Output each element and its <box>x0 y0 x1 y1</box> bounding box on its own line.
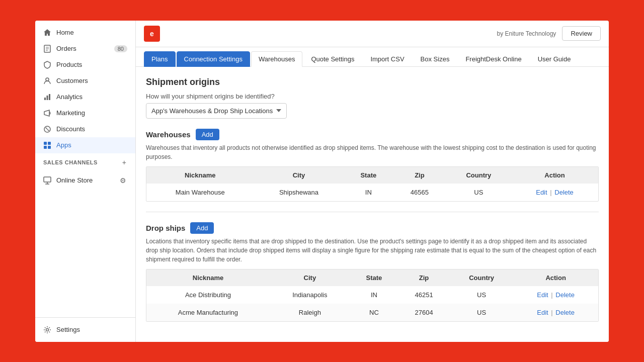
warehouse-edit-link[interactable]: Edit <box>536 189 547 196</box>
sidebar-nav: Home Orders 80 Products Customers <box>35 21 135 317</box>
warehouses-col-action: Action <box>511 167 598 184</box>
svg-point-22 <box>46 328 49 331</box>
tab-plans[interactable]: Plans <box>144 51 176 67</box>
drop-ship-state-0: IN <box>350 286 398 304</box>
warehouses-description: Warehouses that inventory all products n… <box>146 143 599 161</box>
warehouses-col-zip: Zip <box>393 167 446 184</box>
svg-rect-15 <box>44 142 47 145</box>
sidebar-label-orders: Orders <box>56 45 76 52</box>
logo-area: e <box>144 26 160 42</box>
svg-rect-16 <box>48 142 51 145</box>
drop-ship-country-0: US <box>450 286 513 304</box>
sidebar-item-analytics[interactable]: Analytics <box>35 89 135 105</box>
svg-rect-17 <box>44 146 47 149</box>
sales-channels-header: SALES CHANNELS + <box>35 153 135 171</box>
warehouses-col-country: Country <box>446 167 511 184</box>
shipment-origins-select[interactable]: App's Warehouses & Drop Ship Locations <box>146 103 287 119</box>
sidebar: Home Orders 80 Products Customers <box>35 21 136 342</box>
table-row: Ace Distributing Indianapolis IN 46251 U… <box>146 286 598 304</box>
warehouse-nickname: Main Warehouse <box>146 184 254 201</box>
add-sales-channel-button[interactable]: + <box>121 157 127 167</box>
svg-point-14 <box>48 130 49 131</box>
sidebar-label-online-store: Online Store <box>56 176 93 184</box>
sales-channels-label: SALES CHANNELS <box>43 159 98 165</box>
drop-ship-actions-1: Edit | Delete <box>513 304 598 321</box>
drop-ship-city-0: Indianapolis <box>270 286 350 304</box>
sidebar-item-orders[interactable]: Orders 80 <box>35 41 135 57</box>
apps-icon <box>43 141 51 149</box>
sidebar-item-apps[interactable]: Apps <box>35 137 135 153</box>
review-button[interactable]: Review <box>562 26 601 41</box>
sidebar-label-apps: Apps <box>56 141 71 149</box>
svg-rect-7 <box>49 94 50 100</box>
warehouse-country: US <box>446 184 511 201</box>
sidebar-item-discounts[interactable]: Discounts <box>35 121 135 137</box>
table-row: Main Warehouse Shipshewana IN 46565 US E… <box>146 184 598 201</box>
warehouse-delete-link[interactable]: Delete <box>554 189 574 196</box>
sidebar-item-customers[interactable]: Customers <box>35 73 135 89</box>
drop-ship-country-1: US <box>450 304 513 321</box>
drop-ships-add-button[interactable]: Add <box>190 222 214 234</box>
tab-freightdesk-online[interactable]: FreightDesk Online <box>458 51 529 67</box>
drop-ships-description: Locations that inventory specific items … <box>146 237 599 264</box>
products-icon <box>43 61 51 69</box>
sidebar-label-customers: Customers <box>56 77 88 84</box>
shipment-origins-question: How will your shipment origins be identi… <box>146 93 599 100</box>
drop-ships-col-nickname: Nickname <box>146 269 270 286</box>
warehouses-table: Nickname City State Zip Country Action M… <box>146 167 598 201</box>
online-store-settings-icon[interactable]: ⚙ <box>119 175 127 186</box>
drop-ship-state-1: NC <box>350 304 398 321</box>
sidebar-label-settings: Settings <box>56 326 80 333</box>
brand-byline: by Eniture Technology <box>497 30 556 37</box>
warehouses-col-nickname: Nickname <box>146 167 254 184</box>
sidebar-label-discounts: Discounts <box>56 125 85 133</box>
store-icon <box>43 176 51 185</box>
drop-ships-col-city: City <box>270 269 350 286</box>
svg-rect-5 <box>44 98 46 100</box>
customers-icon <box>43 77 51 85</box>
drop-ship-edit-link-1[interactable]: Edit <box>537 309 548 316</box>
drop-ships-table: Nickname City State Zip Country Action A… <box>146 269 598 321</box>
warehouses-col-state: State <box>344 167 393 184</box>
tab-quote-settings[interactable]: Quote Settings <box>303 51 362 67</box>
drop-ships-table-wrapper: Nickname City State Zip Country Action A… <box>146 269 599 322</box>
sidebar-item-home[interactable]: Home <box>35 25 135 41</box>
sidebar-item-marketing[interactable]: Marketing <box>35 105 135 121</box>
tab-connection-settings[interactable]: Connection Settings <box>177 51 250 67</box>
svg-point-13 <box>46 127 47 128</box>
warehouse-city: Shipshewana <box>254 184 344 201</box>
drop-ship-nickname-0: Ace Distributing <box>146 286 270 304</box>
warehouses-add-button[interactable]: Add <box>196 129 219 140</box>
shipment-origins-title: Shipment origins <box>146 77 599 87</box>
tab-import-csv[interactable]: Import CSV <box>363 51 412 67</box>
warehouses-title: Warehouses <box>146 130 191 139</box>
drop-ship-zip-0: 46251 <box>398 286 450 304</box>
svg-rect-6 <box>47 96 48 100</box>
warehouse-zip: 46565 <box>393 184 446 201</box>
drop-ship-actions-0: Edit | Delete <box>513 286 598 304</box>
tab-box-sizes[interactable]: Box Sizes <box>413 51 457 67</box>
drop-ship-edit-link-0[interactable]: Edit <box>537 291 548 299</box>
orders-icon <box>43 45 51 53</box>
discounts-icon <box>43 125 51 133</box>
sidebar-label-analytics: Analytics <box>56 93 83 101</box>
sidebar-item-settings[interactable]: Settings <box>43 323 127 337</box>
sidebar-item-online-store[interactable]: Online Store ⚙ <box>35 171 135 190</box>
drop-ship-zip-1: 27604 <box>398 304 450 321</box>
analytics-icon <box>43 93 51 101</box>
tab-user-guide[interactable]: User Guide <box>530 51 579 67</box>
svg-rect-18 <box>48 146 51 149</box>
drop-ships-col-country: Country <box>450 269 513 286</box>
section-divider <box>146 212 599 212</box>
main-content: e by Eniture Technology Review Plans Con… <box>136 21 609 342</box>
drop-ships-col-state: State <box>350 269 398 286</box>
drop-ship-delete-link-0[interactable]: Delete <box>555 291 575 299</box>
tab-warehouses[interactable]: Warehouses <box>251 51 303 67</box>
app-logo: e <box>144 26 160 42</box>
warehouse-actions: Edit | Delete <box>511 184 598 201</box>
drop-ship-delete-link-1[interactable]: Delete <box>555 309 575 316</box>
sidebar-label-marketing: Marketing <box>56 109 85 117</box>
drop-ships-col-action: Action <box>513 269 598 286</box>
sidebar-item-products[interactable]: Products <box>35 57 135 73</box>
marketing-icon <box>43 109 51 117</box>
